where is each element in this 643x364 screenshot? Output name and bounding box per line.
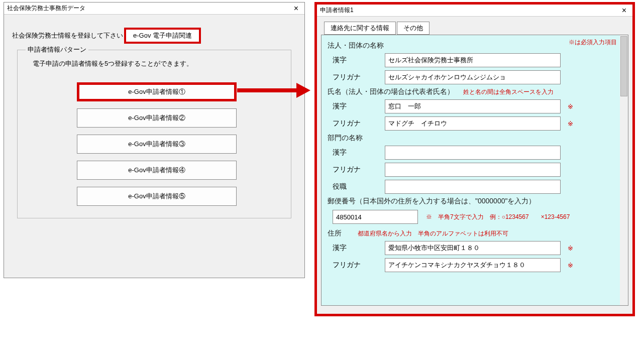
close-icon[interactable]: × bbox=[619, 6, 629, 15]
applicant-info-4-button[interactable]: e-Gov申請者情報④ bbox=[77, 161, 237, 180]
address-kana-field[interactable] bbox=[385, 258, 561, 272]
person-name-kana-field[interactable] bbox=[385, 116, 561, 131]
instruction-text: 社会保険労務士情報を登録して下さい bbox=[12, 31, 123, 40]
address-hint: 都道府県名から入力 半角のアルファベットは利用不可 bbox=[358, 230, 508, 237]
address-kanji-field[interactable] bbox=[385, 241, 561, 255]
applicant-info-1-button[interactable]: e-Gov申請者情報① bbox=[77, 82, 237, 101]
fieldset-legend: 申請者情報パターン bbox=[26, 45, 88, 54]
label-kanji: 漢字 bbox=[333, 148, 385, 157]
tab-contact-info[interactable]: 連絡先に関する情報 bbox=[324, 22, 396, 35]
tab-other[interactable]: その他 bbox=[397, 22, 430, 35]
dept-name-kana-field[interactable] bbox=[385, 163, 561, 177]
required-note: ※は必須入力項目 bbox=[569, 38, 617, 47]
left-window-title: 社会保険労務士事務所データ bbox=[7, 4, 85, 13]
applicant-info-2-button[interactable]: e-Gov申請者情報② bbox=[77, 108, 237, 128]
row-dept-kana: フリガナ bbox=[326, 163, 624, 177]
postal-hint: ※ 半角7文字で入力 例：○1234567 ×123-4567 bbox=[426, 213, 570, 221]
person-name-kanji-field[interactable] bbox=[385, 99, 561, 113]
row-corp-kana: フリガナ bbox=[326, 70, 624, 84]
right-titlebar: 申請者情報1 × bbox=[317, 5, 632, 17]
applicant-info-3-button[interactable]: e-Gov申請者情報③ bbox=[77, 135, 237, 154]
fieldset-desc: 電子申請の申請者情報を5つ登録することができます。 bbox=[33, 59, 276, 68]
pattern-buttons: e-Gov申請者情報① e-Gov申請者情報② e-Gov申請者情報③ e-Go… bbox=[77, 82, 276, 206]
label-kanji: 漢字 bbox=[333, 102, 385, 111]
corp-name-kana-field[interactable] bbox=[385, 70, 561, 84]
tab-bar: 連絡先に関する情報 その他 bbox=[324, 22, 628, 35]
person-heading: 氏名（法人・団体の場合は代表者氏名） bbox=[328, 87, 454, 95]
arrow-right-icon bbox=[296, 83, 310, 98]
section-postal: 郵便番号（日本国外の住所を入力する場合は、"0000000"を入力） bbox=[328, 197, 622, 206]
row-person-kanji: 漢字 ※ bbox=[326, 99, 624, 113]
applicant-info-window-highlight: 申請者情報1 × 連絡先に関する情報 その他 ※は必須入力項目 法人・団体の名称… bbox=[314, 2, 635, 316]
left-titlebar: 社会保険労務士事務所データ × bbox=[4, 3, 304, 15]
required-mark: ※ bbox=[568, 103, 573, 110]
row-dept-kanji: 漢字 bbox=[326, 146, 624, 160]
close-icon[interactable]: × bbox=[291, 4, 301, 13]
row-person-kana: フリガナ ※ bbox=[326, 116, 624, 131]
label-furigana: フリガナ bbox=[333, 73, 385, 82]
position-field[interactable] bbox=[385, 180, 561, 194]
postal-code-field[interactable] bbox=[333, 210, 418, 224]
required-mark: ※ bbox=[568, 245, 573, 252]
row-addr-kana: フリガナ ※ bbox=[326, 258, 624, 272]
instruction-row: 社会保険労務士情報を登録して下さい e-Gov 電子申請関連 bbox=[12, 28, 296, 44]
row-corp-kanji: 漢字 bbox=[326, 53, 624, 67]
dept-name-kanji-field[interactable] bbox=[385, 146, 561, 160]
section-dept-name: 部門の名称 bbox=[328, 134, 622, 143]
required-mark: ※ bbox=[568, 120, 573, 128]
right-window-title: 申請者情報1 bbox=[320, 6, 354, 15]
label-furigana: フリガナ bbox=[333, 119, 385, 128]
row-postal: ※ 半角7文字で入力 例：○1234567 ×123-4567 bbox=[326, 210, 624, 224]
label-furigana: フリガナ bbox=[333, 261, 385, 270]
label-furigana: フリガナ bbox=[333, 165, 385, 174]
row-dept-title: 役職 bbox=[326, 180, 624, 194]
applicant-info-5-button[interactable]: e-Gov申請者情報⑤ bbox=[77, 187, 237, 206]
section-person-name: 氏名（法人・団体の場合は代表者氏名） 姓と名の間は全角スペースを入力 bbox=[328, 87, 622, 96]
sharoushi-data-window: 社会保険労務士事務所データ × 社会保険労務士情報を登録して下さい e-Gov … bbox=[4, 2, 305, 278]
label-kanji: 漢字 bbox=[333, 56, 385, 65]
scrollbar-thumb[interactable] bbox=[620, 36, 627, 96]
right-body: 連絡先に関する情報 その他 ※は必須入力項目 法人・団体の名称 漢字 フリガナ … bbox=[317, 17, 632, 306]
arrow-annotation bbox=[237, 86, 312, 96]
section-address: 住所 都道府県名から入力 半角のアルファベットは利用不可 bbox=[328, 229, 622, 238]
arrow-line bbox=[237, 88, 297, 92]
label-position: 役職 bbox=[333, 182, 385, 191]
form-area: ※は必須入力項目 法人・団体の名称 漢字 フリガナ 氏名（法人・団体の場合は代表… bbox=[321, 35, 628, 306]
corp-name-kanji-field[interactable] bbox=[385, 53, 561, 67]
row-addr-kanji: 漢字 ※ bbox=[326, 241, 624, 255]
label-kanji: 漢字 bbox=[333, 244, 385, 253]
person-hint: 姓と名の間は全角スペースを入力 bbox=[463, 88, 554, 95]
required-mark: ※ bbox=[568, 262, 573, 269]
applicant-pattern-fieldset: 申請者情報パターン 電子申請の申請者情報を5つ登録することができます。 e-Go… bbox=[17, 50, 291, 218]
applicant-info-window: 申請者情報1 × 連絡先に関する情報 その他 ※は必須入力項目 法人・団体の名称… bbox=[317, 5, 632, 314]
left-body: 社会保険労務士情報を登録して下さい e-Gov 電子申請関連 申請者情報パターン… bbox=[4, 15, 304, 231]
address-heading: 住所 bbox=[328, 229, 342, 237]
tab-egov-denshi[interactable]: e-Gov 電子申請関連 bbox=[124, 28, 201, 44]
form-scrollbar[interactable] bbox=[620, 35, 628, 305]
